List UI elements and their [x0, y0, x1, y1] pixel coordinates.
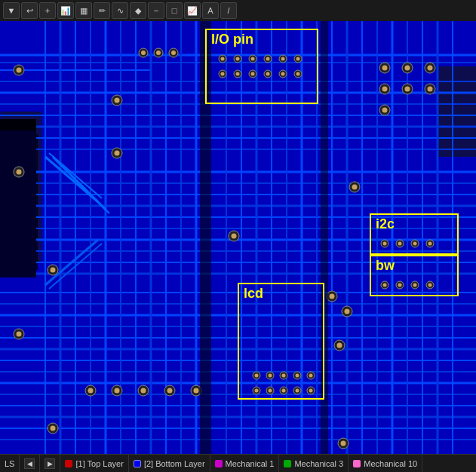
svg-point-179: [428, 87, 433, 92]
svg-point-157: [141, 388, 146, 394]
svg-point-143: [115, 98, 120, 103]
tool-line[interactable]: /: [220, 2, 237, 19]
svg-point-141: [17, 68, 22, 73]
svg-point-77: [156, 51, 161, 55]
next-button[interactable]: ▶: [45, 458, 55, 469]
top-layer-dot: [65, 460, 72, 467]
bw-label: bw: [370, 255, 459, 296]
svg-point-149: [51, 268, 56, 273]
tool-grid[interactable]: ▦: [75, 2, 92, 19]
tool-chart[interactable]: 📊: [57, 2, 74, 19]
prev-button[interactable]: ◀: [24, 458, 35, 469]
svg-point-161: [194, 388, 199, 394]
tool-minus[interactable]: −: [148, 2, 164, 19]
ls-indicator: LS: [0, 455, 20, 472]
tool-text[interactable]: A: [202, 2, 219, 19]
svg-point-169: [382, 66, 388, 71]
svg-point-163: [51, 426, 56, 431]
layer-bottom[interactable]: [2] Bottom Layer: [129, 455, 210, 472]
statusbar: LS ◀ ▶ [1] Top Layer [2] Bottom Layer Me…: [0, 454, 476, 472]
layer-mech10[interactable]: Mechanical 10: [349, 455, 422, 472]
svg-rect-4: [438, 66, 476, 157]
svg-point-79: [171, 51, 176, 55]
svg-point-167: [352, 185, 358, 190]
svg-point-189: [341, 441, 346, 446]
svg-point-147: [115, 151, 120, 156]
svg-rect-67: [0, 130, 36, 277]
svg-point-145: [17, 170, 22, 175]
svg-point-165: [337, 343, 342, 348]
lcd-label: lcd: [238, 283, 324, 400]
svg-point-159: [167, 388, 173, 394]
pcb-canvas[interactable]: I/O pin lcd i2c bw: [0, 21, 476, 454]
tool-pencil[interactable]: ✏: [94, 2, 110, 19]
svg-point-151: [17, 332, 22, 337]
svg-point-75: [141, 51, 146, 55]
tool-undo[interactable]: ↩: [21, 2, 38, 19]
toolbar: ▼ ↩ + 📊 ▦ ✏ ∿ ◆ − □ 📈 A /: [0, 0, 476, 21]
svg-point-183: [330, 294, 335, 299]
svg-point-181: [382, 108, 388, 113]
io-pin-label: I/O pin: [205, 29, 318, 104]
tool-add[interactable]: +: [39, 2, 56, 19]
layer-mech1[interactable]: Mechanical 1: [210, 455, 280, 472]
svg-point-155: [115, 388, 120, 394]
i2c-label: i2c: [370, 213, 459, 255]
layer-top[interactable]: [1] Top Layer: [60, 455, 128, 472]
svg-point-177: [405, 87, 410, 92]
bottom-layer-dot: [134, 460, 141, 467]
tool-square[interactable]: □: [166, 2, 183, 19]
layer-mech3[interactable]: Mechanical 3: [279, 455, 349, 472]
tool-filter[interactable]: ▼: [3, 2, 20, 19]
nav-next[interactable]: ▶: [40, 455, 60, 472]
tool-pin[interactable]: ◆: [130, 2, 146, 19]
mech10-layer-dot: [353, 460, 361, 467]
tool-chart2[interactable]: 📈: [184, 2, 201, 19]
nav-prev[interactable]: ◀: [20, 455, 40, 472]
tool-wave[interactable]: ∿: [112, 2, 128, 19]
mech1-layer-dot: [215, 460, 223, 467]
mech3-layer-dot: [284, 460, 291, 467]
svg-point-185: [345, 309, 350, 314]
svg-point-171: [405, 66, 410, 71]
svg-point-175: [382, 87, 388, 92]
svg-point-187: [232, 234, 237, 239]
svg-point-173: [428, 66, 433, 71]
svg-point-153: [88, 388, 94, 394]
